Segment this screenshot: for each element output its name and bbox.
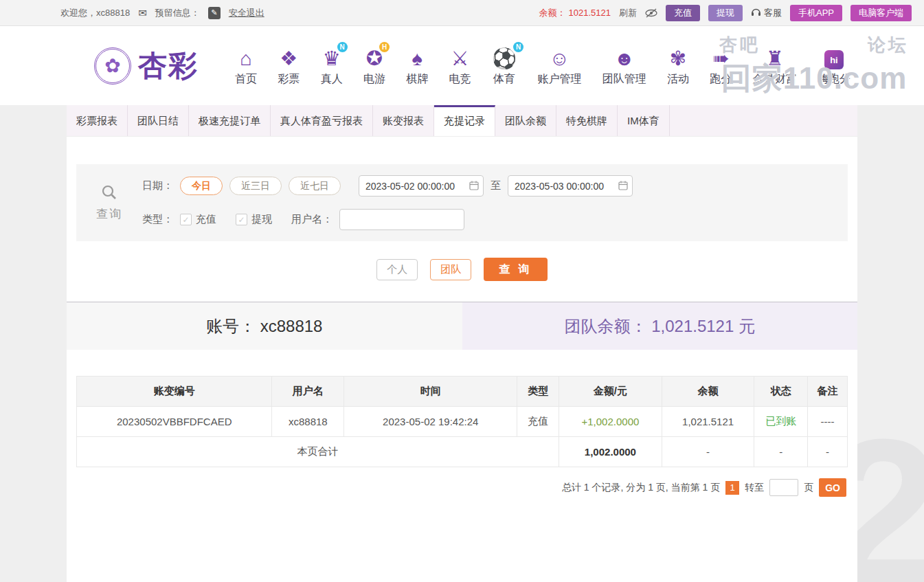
tab-live-sports-pnl[interactable]: 真人体育盈亏报表 [271, 105, 373, 136]
balance-label: 余额： [539, 7, 566, 19]
nav-label: 电竞 [449, 72, 471, 87]
refresh-link[interactable]: 刷新 [619, 7, 637, 19]
nav-item-home[interactable]: ⌂ 首页 [235, 45, 257, 87]
nav-item-activities[interactable]: ✾ 活动 [667, 45, 689, 87]
nav-label: 跑分 [710, 72, 732, 87]
cell-amount: +1,002.0000 [559, 407, 662, 437]
mobile-app-button[interactable]: 手机APP [790, 5, 842, 21]
topbar: 欢迎您，xc88818 ✉ 预留信息： ✎ 安全退出 余额： 1021.5121… [0, 0, 924, 26]
pc-client-button[interactable]: 电脑客户端 [850, 5, 912, 21]
goto-page-input[interactable] [769, 479, 798, 496]
treasure-icon: ♜ [766, 47, 784, 69]
nav-label: 嗨跑分 [818, 72, 850, 87]
tab-account-changes[interactable]: 账变报表 [373, 105, 434, 136]
edit-icon[interactable]: ✎ [208, 7, 221, 19]
personal-button[interactable]: 个人 [376, 259, 418, 280]
nav-label: 体育 [493, 72, 515, 87]
eye-slash-icon[interactable] [645, 8, 657, 18]
logout-link[interactable]: 安全退出 [229, 7, 264, 19]
cell-time: 2023-05-02 19:42:24 [344, 407, 517, 437]
records-table: 账变编号 用户名 时间 类型 金额/元 余额 状态 备注 20230502VBB… [76, 376, 848, 467]
withdraw-checkbox-label: 提现 [251, 213, 272, 226]
welcome-text: 欢迎您，xc88818 [60, 7, 130, 19]
calendar-icon[interactable] [469, 181, 479, 192]
account-number: 账号： xc88818 [67, 302, 462, 350]
report-tabs: 彩票报表 团队日结 极速充提订单 真人体育盈亏报表 账变报表 充提记录 团队余额… [67, 105, 857, 137]
range-7days[interactable]: 近七日 [289, 177, 341, 195]
cell-username: xc88818 [272, 407, 344, 437]
trophy-icon: ⚽ [492, 47, 517, 69]
deposit-button[interactable]: 充值 [666, 5, 700, 21]
mail-icon[interactable]: ✉ [138, 7, 147, 19]
tab-deposit-withdraw-records[interactable]: 充提记录 [434, 105, 495, 136]
withdraw-checkbox[interactable] [236, 214, 247, 225]
nav-label: 团队管理 [602, 72, 646, 87]
tab-fast-orders[interactable]: 极速充提订单 [189, 105, 271, 136]
new-badge: N [337, 42, 348, 52]
nav-item-lottery[interactable]: ❖ 彩票 [278, 45, 300, 87]
home-icon: ⌂ [240, 47, 252, 69]
cell-type: 充值 [517, 407, 559, 437]
hot-badge: H [379, 42, 390, 52]
tab-lottery-report[interactable]: 彩票报表 [67, 105, 128, 136]
speed-icon: ➠ [712, 47, 729, 69]
nav-item-jinding-wealth[interactable]: ♜ 金鼎财富 [753, 45, 797, 87]
nav-item-hi-paofen[interactable]: hi 嗨跑分 [818, 45, 850, 87]
pagination-summary: 总计 1 个记录, 分为 1 页, 当前第 1 页 [562, 482, 720, 494]
col-header-balance: 余额 [662, 377, 754, 407]
col-header-change-id: 账变编号 [77, 377, 272, 407]
header: ✿ 杏彩 ⌂ 首页 ❖ 彩票 ♛N 真人 ✪H 电游 ♠ 棋牌 [0, 26, 924, 105]
nav-item-esports[interactable]: ⚔ 电竞 [449, 45, 471, 87]
col-header-status: 状态 [754, 377, 808, 407]
gift-icon: ✾ [670, 47, 686, 69]
nav-item-paofen[interactable]: ➠ 跑分 [710, 45, 732, 87]
tab-im-sports[interactable]: IM体育 [618, 105, 670, 136]
col-header-type: 类型 [517, 377, 559, 407]
total-status: - [754, 437, 808, 467]
nav-label: 活动 [667, 72, 689, 87]
range-today[interactable]: 今日 [180, 177, 223, 195]
action-buttons: 个人 团队 查 询 [67, 258, 857, 281]
cell-status: 已到账 [754, 407, 808, 437]
calendar-icon[interactable] [618, 181, 628, 192]
cell-change-id: 20230502VBBFDFCAED [77, 407, 272, 437]
team-icon: ☻ [613, 47, 635, 69]
balance-value: 1021.5121 [569, 8, 611, 18]
query-button[interactable]: 查 询 [484, 258, 547, 281]
page-unit-label: 页 [804, 482, 813, 494]
range-3days[interactable]: 近三日 [229, 177, 282, 195]
team-button[interactable]: 团队 [430, 259, 471, 280]
tab-special-games[interactable]: 特免棋牌 [556, 105, 618, 136]
table-total-row: 本页合计 1,002.0000 - - - [77, 437, 848, 467]
query-side-text: 查询 [96, 206, 122, 222]
current-page-button[interactable]: 1 [725, 481, 739, 495]
nav-item-live[interactable]: ♛N 真人 [321, 45, 343, 87]
team-balance: 团队余额： 1,021.5121 元 [462, 302, 858, 350]
total-remark: - [808, 437, 848, 467]
deposit-checkbox[interactable] [180, 214, 192, 225]
go-button[interactable]: GO [819, 478, 846, 497]
customer-service-label: 客服 [764, 7, 782, 19]
nav-item-egames[interactable]: ✪H 电游 [363, 45, 385, 87]
nav-item-account-mgmt[interactable]: ☺ 账户管理 [537, 45, 581, 87]
search-icon [101, 184, 117, 203]
deposit-checkbox-label: 充值 [196, 213, 216, 226]
brand-logo[interactable]: ✿ 杏彩 [94, 47, 235, 85]
tab-team-daily[interactable]: 团队日结 [128, 105, 189, 136]
nav-item-team-mgmt[interactable]: ☻ 团队管理 [602, 45, 646, 87]
withdraw-button[interactable]: 提现 [708, 5, 743, 21]
headset-icon [751, 8, 761, 19]
username-label: 用户名： [291, 213, 333, 226]
customer-service-link[interactable]: 客服 [751, 7, 782, 19]
date-to-input[interactable] [508, 175, 633, 197]
tab-team-balance[interactable]: 团队余额 [495, 105, 556, 136]
nav-item-board-games[interactable]: ♠ 棋牌 [406, 45, 428, 87]
account-summary-bar: 账号： xc88818 团队余额： 1,021.5121 元 [67, 302, 857, 350]
records-table-wrap: 账变编号 用户名 时间 类型 金额/元 余额 状态 备注 20230502VBB… [76, 376, 848, 467]
lottery-ticket-icon: ❖ [280, 47, 297, 69]
nav-item-sports[interactable]: ⚽N 体育 [492, 45, 517, 87]
date-from-input[interactable] [359, 175, 484, 197]
nav-label: 金鼎财富 [753, 72, 797, 87]
username-input[interactable] [339, 209, 464, 230]
query-side-label: 查询 [76, 175, 142, 230]
